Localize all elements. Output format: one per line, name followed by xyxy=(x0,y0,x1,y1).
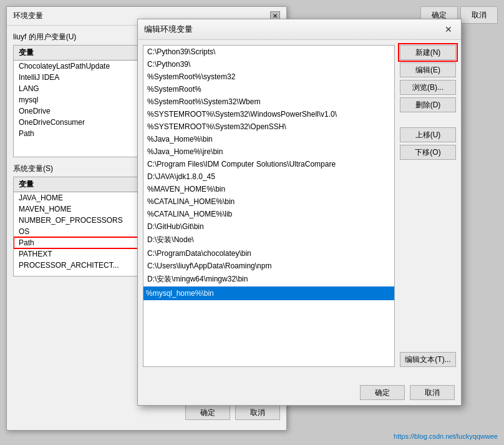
edit-path-button[interactable]: 编辑(E) xyxy=(400,62,456,77)
edit-dialog-title: 编辑环境变量 xyxy=(144,24,193,35)
env-ok-button[interactable]: 确定 xyxy=(185,405,230,420)
path-item-18[interactable]: D:\安装\mingw64\mingw32\bin xyxy=(143,272,394,286)
edit-ok-button[interactable]: 确定 xyxy=(360,385,405,400)
path-item-6[interactable]: %SYSTEMROOT%\System32\OpenSSH\ xyxy=(143,120,394,133)
edit-cancel-button[interactable]: 取消 xyxy=(410,385,455,400)
path-item-2[interactable]: %SystemRoot%\system32 xyxy=(143,71,394,83)
path-item-16[interactable]: C:\ProgramData\chocolatey\bin xyxy=(143,247,394,260)
side-buttons: 新建(N) 编辑(E) 浏览(B)... 删除(D) 上移(U) 下移(O) 编… xyxy=(400,45,456,367)
env-dialog-footer: 确定 取消 xyxy=(185,405,280,420)
path-edit-input[interactable] xyxy=(143,286,394,300)
top-cancel-button[interactable]: 取消 xyxy=(460,6,498,24)
new-path-button[interactable]: 新建(N) xyxy=(400,45,456,60)
path-item-0[interactable]: C:\Python39\Scripts\ xyxy=(143,46,394,58)
path-item-8[interactable]: %Java_Home%\jre\bin xyxy=(143,145,394,158)
edit-close-button[interactable]: ✕ xyxy=(442,23,455,36)
move-down-button[interactable]: 下移(O) xyxy=(400,145,456,160)
path-item-1[interactable]: C:\Python39\ xyxy=(143,58,394,71)
path-item-7[interactable]: %Java_Home%\bin xyxy=(143,133,394,145)
edit-text-button[interactable]: 编辑文本(T)... xyxy=(400,352,456,367)
path-item-15[interactable]: D:\安装\Node\ xyxy=(143,233,394,247)
env-cancel-button[interactable]: 取消 xyxy=(235,405,280,420)
edit-dialog-footer: 确定 取消 xyxy=(360,385,455,400)
path-item-17[interactable]: C:\Users\liuyf\AppData\Roaming\npm xyxy=(143,260,394,272)
path-item-5[interactable]: %SYSTEMROOT%\System32\WindowsPowerShell\… xyxy=(143,108,394,120)
env-dialog-title: 环境变量 xyxy=(13,11,43,21)
path-item-14[interactable]: D:\GitHub\Git\bin xyxy=(143,220,394,233)
path-item-9[interactable]: C:\Program Files\IDM Computer Solutions\… xyxy=(143,158,394,170)
path-item-4[interactable]: %SystemRoot%\System32\Wbem xyxy=(143,95,394,108)
path-item-3[interactable]: %SystemRoot% xyxy=(143,83,394,95)
path-item-13[interactable]: %CATALINA_HOME%\lib xyxy=(143,208,394,220)
path-item-10[interactable]: D:\JAVA\jdk1.8.0_45 xyxy=(143,170,394,183)
edit-dialog-titlebar: 编辑环境变量 ✕ xyxy=(138,19,461,40)
edit-dialog-content: C:\Python39\Scripts\C:\Python39\%SystemR… xyxy=(138,40,461,372)
path-item-12[interactable]: %CATALINA_HOME%\bin xyxy=(143,195,394,208)
move-up-button[interactable]: 上移(U) xyxy=(400,127,456,142)
edit-env-dialog: 编辑环境变量 ✕ C:\Python39\Scripts\C:\Python39… xyxy=(137,19,462,406)
path-item-19[interactable] xyxy=(143,286,394,300)
delete-path-button[interactable]: 删除(D) xyxy=(400,97,456,112)
path-list[interactable]: C:\Python39\Scripts\C:\Python39\%SystemR… xyxy=(143,45,395,367)
browse-path-button[interactable]: 浏览(B)... xyxy=(400,80,456,95)
path-item-11[interactable]: %MAVEN_HOME%\bin xyxy=(143,183,394,195)
watermark: https://blog.csdn.net/luckyqqwwee xyxy=(394,433,498,440)
